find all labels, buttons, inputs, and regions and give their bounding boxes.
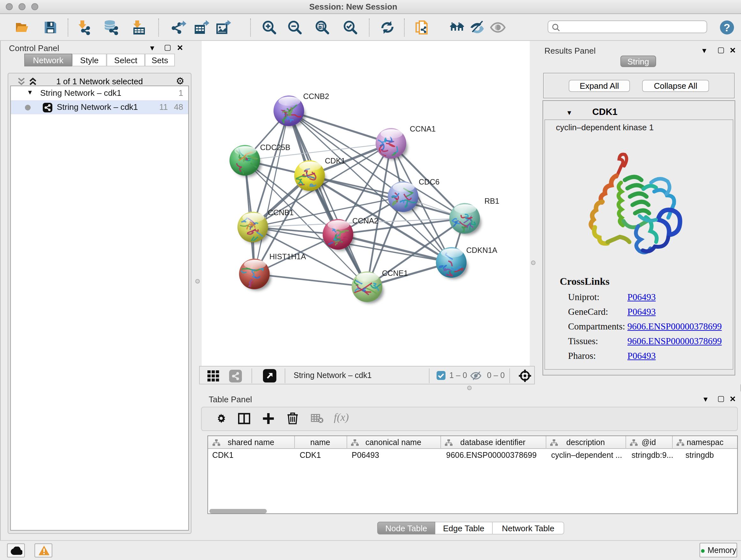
svg-text:CCNB1: CCNB1	[268, 208, 293, 217]
svg-text:RB1: RB1	[484, 197, 499, 205]
svg-text:CCNE1: CCNE1	[382, 269, 408, 277]
svg-text:CCNB2: CCNB2	[303, 92, 329, 101]
svg-text:CDKN1A: CDKN1A	[466, 246, 497, 254]
svg-text:CDK1: CDK1	[325, 157, 345, 165]
svg-text:CDC25B: CDC25B	[260, 143, 290, 152]
svg-text:?: ?	[724, 21, 731, 33]
svg-text:CCNA1: CCNA1	[410, 125, 435, 133]
svg-text:HIST1H1A: HIST1H1A	[269, 252, 306, 261]
svg-text:CCNA2: CCNA2	[352, 216, 378, 225]
svg-text:CDC6: CDC6	[419, 178, 440, 186]
